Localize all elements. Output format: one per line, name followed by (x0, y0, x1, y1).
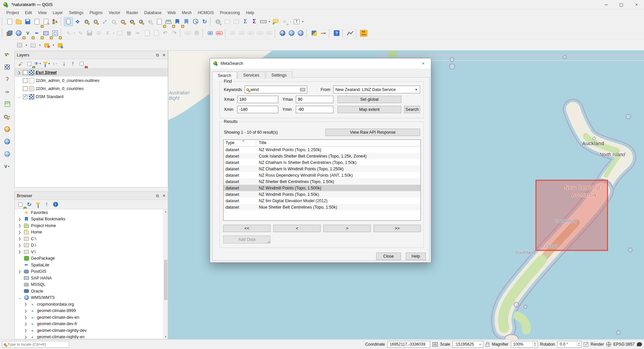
toolbar-grip[interactable] (329, 29, 331, 37)
browser-item-connection[interactable]: ❯«geomet-climate-dev-en (15, 314, 168, 321)
redo-button[interactable]: ↷ (170, 29, 179, 38)
nn-join-button[interactable]: NNJoin (359, 29, 368, 38)
scroll-thumb[interactable] (164, 260, 167, 300)
result-row[interactable]: datasetNZ Chatham Is Windmill Points (To… (224, 166, 420, 172)
menu-processing[interactable]: Processing (217, 9, 243, 16)
browser-item-mssql[interactable]: MSSQL (15, 281, 168, 288)
filter-expression-icon[interactable]: ε▾ (52, 60, 59, 68)
vertex-tool-button[interactable]: ⊼ (103, 29, 112, 38)
add-spatialite-layer-button[interactable]: ✒✶ (32, 29, 41, 38)
zoom-next-button[interactable]: ▸ (146, 17, 155, 26)
layer-row-osm-standard[interactable]: ⌄ OSM Standard (15, 93, 168, 101)
ows-services-button[interactable] (287, 29, 296, 38)
render-checkbox[interactable] (584, 342, 588, 347)
menu-help[interactable]: Help (243, 9, 257, 16)
current-edits-dropdown[interactable]: ▾ (73, 32, 76, 35)
change-label-button[interactable]: abc (246, 29, 255, 38)
paste-features-button[interactable] (152, 29, 161, 38)
search-button[interactable]: Search (404, 106, 420, 113)
result-row[interactable]: datasetNiue Shelter Belt Centrelines (To… (224, 204, 420, 210)
add-selected-layers-icon[interactable]: ● (17, 201, 24, 208)
add-wms-layer-button[interactable]: ✶ (14, 29, 23, 38)
keywords-input[interactable]: wind ✕ (245, 86, 307, 93)
toolbar-grip[interactable] (2, 29, 4, 37)
new-print-layout-button[interactable]: + (32, 17, 41, 26)
menu-hcmgis[interactable]: HCMGIS (195, 9, 217, 16)
layer-labeling-button[interactable]: abc (183, 29, 192, 38)
tab-settings[interactable]: Settings (266, 71, 292, 79)
styling-brush-icon[interactable]: 🖌 (17, 60, 24, 68)
browser-item-project-home[interactable]: ❯Project Home (15, 222, 168, 229)
search-layers-icon[interactable]: ▾ (2, 112, 12, 121)
browser-item-favorites[interactable]: ★Favorites (15, 209, 168, 216)
tab-services[interactable]: Services (238, 71, 265, 79)
map-extent-button[interactable]: Map extent (337, 106, 401, 113)
highlight-pinned-labels-button[interactable]: abc (215, 29, 224, 38)
wfs-client-button[interactable] (296, 29, 305, 38)
digitize-button[interactable] (94, 29, 103, 38)
delete-selected-button[interactable] (124, 29, 133, 38)
osm-tools-button[interactable]: ➦● (319, 29, 328, 38)
menu-project[interactable]: Project (3, 9, 22, 16)
text-annotation-button[interactable]: T (292, 17, 301, 26)
data-source-manager-button[interactable] (5, 29, 14, 38)
style-manager-button[interactable]: a (50, 17, 59, 26)
menu-edit[interactable]: Edit (22, 9, 35, 16)
web-globe-icon[interactable] (2, 137, 12, 146)
layer-label[interactable]: Esri Street (36, 70, 57, 75)
crs-globe-icon[interactable] (606, 342, 611, 347)
no-overlap-icon[interactable]: ⃠ (42, 41, 51, 50)
properties-info-icon[interactable]: i (52, 201, 59, 208)
help-button[interactable]: ? (332, 29, 341, 38)
pan-map-button[interactable] (64, 17, 73, 26)
locate-box[interactable] (2, 341, 69, 348)
browser-item-sap-hana[interactable]: SAP HANA (15, 275, 168, 281)
modify-attributes-button[interactable] (115, 29, 124, 38)
identify-features-button[interactable]: i➤ (213, 17, 223, 26)
rotate-label-button[interactable]: abc (237, 29, 246, 38)
close-dialog-button[interactable]: Close (376, 253, 401, 260)
topology-checker-button[interactable] (346, 29, 355, 38)
zoom-out-button[interactable]: − (91, 17, 100, 26)
current-edits-button[interactable]: ✎ (64, 29, 73, 38)
layout-manager-button[interactable]: ✎ (41, 17, 50, 26)
layer-checkbox[interactable] (23, 94, 28, 99)
collapse-browser-icon[interactable]: ⭱ (43, 201, 50, 208)
browser-item-postgis[interactable]: ❯PostGIS (15, 268, 168, 275)
map-tips-button[interactable] (271, 17, 280, 26)
result-row[interactable]: datasetNZ Windmill Points (Topo, 1:50k) (224, 191, 420, 198)
set-global-button[interactable]: Set global (337, 96, 401, 103)
curve-digitize-icon[interactable]: ✑ (2, 87, 12, 96)
first-page-button[interactable]: << (223, 225, 271, 232)
pin-labels-button[interactable]: ab (206, 29, 215, 38)
next-page-button[interactable]: > (323, 225, 371, 232)
collapse-all-icon[interactable]: ⭱ (69, 60, 77, 68)
add-vector-layer-button[interactable]: V✶ (23, 29, 32, 38)
collapse-arrow-icon[interactable]: ⌄ (17, 95, 22, 99)
layer-row-countries[interactable]: 110m_admin_0_countries (15, 85, 168, 93)
layer-diagram-button[interactable] (192, 29, 201, 38)
lock-scale-icon[interactable] (486, 344, 489, 347)
toolbar-grip[interactable] (225, 29, 227, 37)
result-row[interactable]: datasetNZ 8m Digital Elevation Model (20… (224, 198, 420, 204)
menu-plugins[interactable]: Plugins (86, 9, 106, 16)
move-label-button[interactable]: ab (228, 29, 237, 38)
callout-label-button[interactable]: abc (265, 29, 274, 38)
measure-dropdown[interactable]: ▾ (268, 20, 271, 23)
new-spatial-bookmark-button[interactable]: ✶ (173, 17, 182, 26)
close-button[interactable]: × (629, 0, 644, 9)
save-edits-button[interactable] (85, 29, 94, 38)
browser-item-home[interactable]: ❯Home (15, 229, 168, 236)
results-table-header[interactable]: Type Title (224, 140, 420, 146)
metasearch-button[interactable] (278, 29, 287, 38)
toolbar-grip[interactable] (342, 29, 344, 37)
browser-item-connection[interactable]: ❯«geomet-climate-dev-fr (15, 321, 168, 328)
copy-features-button[interactable] (143, 29, 152, 38)
add-wcs-layer-button[interactable]: ✶ (50, 29, 59, 38)
new-project-button[interactable] (5, 17, 14, 26)
clear-keywords-icon[interactable]: ✕ (300, 88, 306, 92)
browser-scrollbar[interactable]: ▲ ▼ (163, 209, 168, 339)
python-console-button[interactable] (310, 29, 319, 38)
zoom-to-layer-button[interactable] (118, 17, 127, 26)
menu-settings[interactable]: Settings (66, 9, 86, 16)
